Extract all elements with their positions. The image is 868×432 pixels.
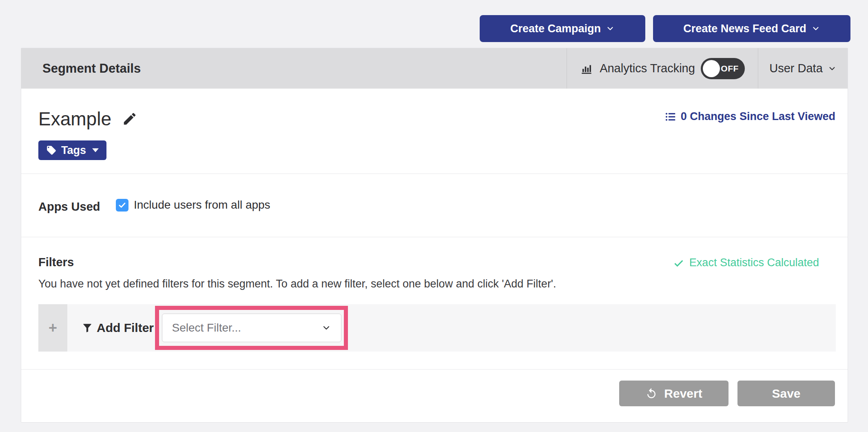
- save-button[interactable]: Save: [737, 381, 835, 406]
- include-all-apps-checkbox-group[interactable]: Include users from all apps: [116, 198, 270, 212]
- add-filter-plus-cell[interactable]: +: [38, 304, 67, 352]
- revert-icon: [645, 387, 658, 400]
- funnel-icon: [82, 323, 93, 333]
- check-icon: [118, 201, 126, 209]
- revert-button[interactable]: Revert: [619, 381, 728, 406]
- check-icon: [673, 257, 684, 269]
- user-data-dropdown[interactable]: User Data: [758, 48, 848, 89]
- changes-link-label: 0 Changes Since Last Viewed: [681, 110, 835, 123]
- include-all-apps-checkbox[interactable]: [116, 199, 128, 212]
- tag-icon: [46, 145, 57, 156]
- add-filter-label: Add Filter: [97, 321, 154, 335]
- create-news-feed-card-button[interactable]: Create News Feed Card: [653, 15, 850, 42]
- tags-label: Tags: [61, 144, 86, 157]
- analytics-tracking-section: Analytics Tracking OFF: [567, 48, 758, 89]
- select-filter-placeholder: Select Filter...: [172, 321, 241, 334]
- chevron-down-icon: [606, 24, 615, 33]
- save-label: Save: [772, 387, 800, 401]
- analytics-tracking-toggle[interactable]: OFF: [701, 58, 745, 79]
- create-news-feed-card-label: Create News Feed Card: [683, 22, 806, 35]
- segment-details-card: Segment Details Analytics Tracking OFF U…: [21, 48, 848, 423]
- page-title: Segment Details: [42, 61, 141, 76]
- add-filter-row: + Add Filter Select Filter...: [38, 304, 836, 352]
- divider: [21, 237, 848, 237]
- segment-name: Example: [38, 107, 111, 131]
- chevron-down-icon: [321, 323, 331, 333]
- exact-statistics-status: Exact Statistics Calculated: [673, 256, 819, 269]
- create-campaign-label: Create Campaign: [510, 22, 601, 35]
- edit-pencil-icon[interactable]: [122, 111, 137, 127]
- filters-title: Filters: [38, 256, 74, 269]
- create-campaign-button[interactable]: Create Campaign: [480, 15, 645, 42]
- plus-icon: +: [49, 321, 57, 335]
- divider: [21, 174, 848, 174]
- include-all-apps-label: Include users from all apps: [134, 198, 270, 212]
- bar-chart-icon: [580, 62, 594, 76]
- annotation-highlight-box: Select Filter...: [155, 306, 348, 350]
- caret-down-icon: [92, 148, 99, 152]
- toggle-knob: [703, 60, 720, 77]
- analytics-tracking-label: Analytics Tracking: [600, 62, 695, 75]
- chevron-down-icon: [811, 24, 820, 33]
- card-header: Segment Details Analytics Tracking OFF U…: [21, 48, 848, 89]
- chevron-down-icon: [828, 64, 837, 73]
- user-data-label: User Data: [769, 62, 823, 75]
- divider: [21, 369, 848, 370]
- apps-used-label: Apps Used: [38, 200, 100, 214]
- exact-statistics-label: Exact Statistics Calculated: [689, 256, 819, 269]
- revert-label: Revert: [664, 387, 702, 401]
- filters-description: You have not yet defined filters for thi…: [38, 278, 556, 290]
- segment-name-row: Example: [38, 107, 137, 131]
- tags-button[interactable]: Tags: [38, 140, 106, 160]
- list-icon: [664, 111, 677, 123]
- select-filter-dropdown[interactable]: Select Filter...: [162, 314, 341, 342]
- toggle-state-label: OFF: [721, 64, 739, 73]
- changes-since-last-viewed-link[interactable]: 0 Changes Since Last Viewed: [664, 110, 835, 123]
- header-spacer: [141, 48, 567, 89]
- add-filter-control[interactable]: Add Filter: [82, 304, 154, 352]
